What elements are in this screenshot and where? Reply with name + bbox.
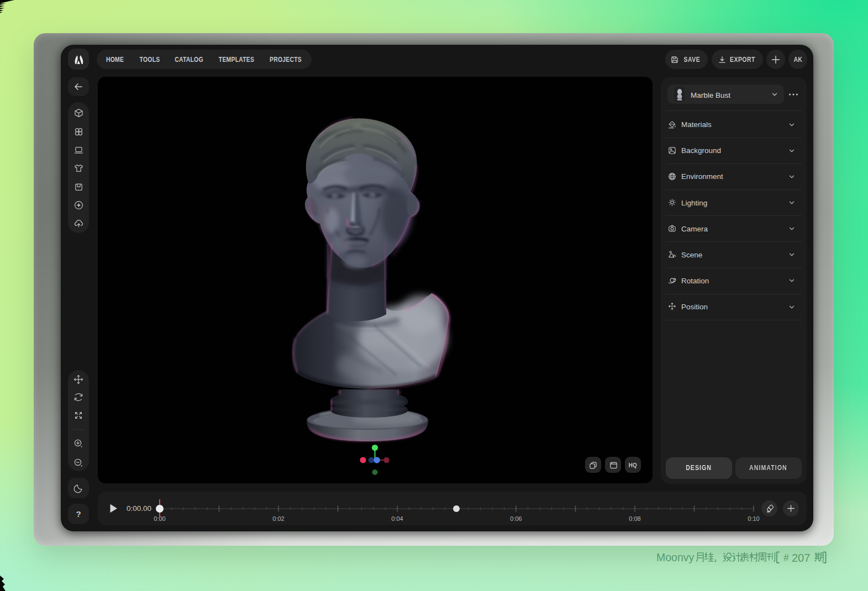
svg-text:Moonvy: Moonvy xyxy=(656,551,695,563)
svg-text:#: # xyxy=(783,552,789,563)
svg-text:207: 207 xyxy=(792,552,810,564)
